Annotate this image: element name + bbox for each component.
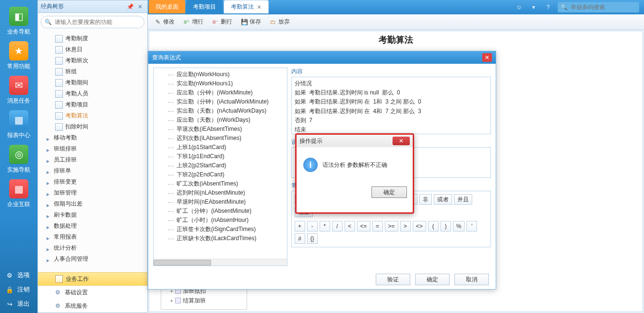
dock-item-nav[interactable]: ◧ 业务导航 — [3, 4, 35, 38]
tree-bottom-row[interactable]: ⚙基础设置 — [38, 286, 147, 299]
dock-item-impl[interactable]: ◎ 实施导航 — [3, 142, 35, 176]
field-item[interactable]: 上班1(p1StartCard) — [154, 143, 287, 152]
dock-item-ent[interactable]: ▦ 企业互联 — [3, 176, 35, 211]
tree-leaf[interactable]: 考勤项目 — [38, 99, 147, 110]
symbol-button[interactable]: <= — [357, 221, 370, 232]
tree-leaf[interactable]: 休息日 — [38, 44, 147, 55]
close-icon[interactable]: ✕ — [136, 3, 144, 10]
tree-leaf[interactable]: 考勤人员 — [38, 88, 147, 99]
tree-bottom-row[interactable]: ⚙系统服务 — [38, 299, 147, 313]
field-item[interactable]: 迟到次数(iLAbsentTimes) — [154, 134, 287, 143]
dock-options[interactable]: ⚙选项 — [0, 268, 37, 282]
tree-leaf[interactable]: 班组 — [38, 66, 147, 77]
field-item[interactable]: 旷工次数(iAbsentTimes) — [154, 179, 287, 188]
field-item[interactable]: 正班签卡次数(iSignCardTimes) — [154, 225, 287, 234]
symbol-button[interactable]: > — [400, 221, 411, 232]
symbol-button[interactable]: + — [295, 221, 305, 232]
scroll-thumb[interactable] — [154, 260, 211, 266]
tab-desktop[interactable]: 我的桌面 — [149, 0, 185, 13]
field-item[interactable]: 应出勤(nWorkHours) — [154, 70, 287, 79]
help-icon[interactable]: ? — [543, 2, 553, 12]
symbol-button[interactable]: * — [320, 221, 330, 232]
alert-close-icon[interactable]: ✕ — [393, 137, 410, 145]
tree-current[interactable]: 业务工作 — [38, 272, 147, 286]
dock-item-report[interactable]: ▦ 报表中心 — [3, 107, 35, 142]
tree-branch[interactable]: ▸排班单 — [38, 165, 147, 176]
pin-icon[interactable]: 📌 — [125, 3, 136, 10]
tab-item[interactable]: 考勤项目 — [186, 0, 223, 13]
tree-branch[interactable]: ▸班组排班 — [38, 143, 147, 154]
tb-delrow[interactable]: ≡⁻删行 — [212, 18, 232, 26]
symbol-button[interactable]: 或者 — [434, 194, 452, 205]
top-search-input[interactable] — [558, 2, 639, 12]
tree-branch[interactable]: ▸加班管理 — [38, 187, 147, 198]
tree-branch[interactable]: ▸刷卡数据 — [38, 209, 147, 220]
symbol-button[interactable]: / — [332, 221, 343, 232]
symbol-button[interactable]: < — [345, 221, 355, 232]
field-item[interactable]: 实出勤(nWorkHours1) — [154, 79, 287, 88]
field-item[interactable]: 早退时间(nEAbsentMinute) — [154, 197, 287, 207]
dock-item-fav[interactable]: ★ 常用功能 — [3, 38, 35, 73]
symbol-button[interactable]: # — [295, 233, 305, 244]
tree-branch[interactable]: ▸假期与出差 — [38, 198, 147, 209]
tree-body[interactable]: 考勤制度休息日考勤班次班组考勤期间考勤人员考勤项目考勤算法扣除时间 ▸移动考勤▸… — [38, 31, 147, 272]
cancel-button[interactable]: 取消 — [454, 274, 489, 285]
symbol-button[interactable]: - — [307, 221, 318, 232]
symbol-button[interactable]: = — [372, 221, 383, 232]
tree-branch[interactable]: ▸统计分析 — [38, 243, 147, 254]
tb-edit[interactable]: ✎修改 — [155, 18, 175, 26]
field-item[interactable]: 上班2(p2StartCard) — [154, 161, 287, 170]
search-input[interactable] — [41, 16, 144, 28]
alert-titlebar[interactable]: 操作提示 ✕ — [297, 135, 413, 147]
tb-save[interactable]: 💾保存 — [241, 18, 261, 26]
tree-branch[interactable]: ▸数据处理 — [38, 220, 147, 232]
content-textarea[interactable]: 分情况 如果 考勤日结果.迟到时间 is null 那么 0 如果 考勤日结果.… — [291, 77, 491, 134]
field-item[interactable]: 实出勤（天数）(nActualWorkDays) — [154, 106, 287, 116]
tab-close-icon[interactable]: ✕ — [257, 4, 262, 11]
ok-button[interactable]: 确定 — [415, 274, 450, 285]
field-item[interactable]: 早退次数(iEAbsentTimes) — [154, 125, 287, 134]
tree-leaf[interactable]: 扣除时间 — [38, 121, 147, 132]
validate-button[interactable]: 验证 — [376, 274, 410, 285]
symbol-button[interactable]: ' — [466, 221, 477, 232]
field-list[interactable]: 应出勤(nWorkHours)实出勤(nWorkHours1)应出勤（分钟）(i… — [154, 68, 287, 259]
field-item[interactable]: 下班1(p1EndCard) — [154, 152, 287, 161]
field-item[interactable]: 下班2(p2EndCard) — [154, 170, 287, 179]
dock-exit[interactable]: ↪退出 — [0, 297, 37, 311]
dock-item-msg[interactable]: ✉ 消息任务 — [3, 73, 35, 107]
modal-close-icon[interactable]: ✕ — [482, 53, 492, 62]
tree-leaf[interactable]: 考勤班次 — [38, 55, 147, 66]
field-item[interactable]: 正班缺卡次数(iLackCardTimes) — [154, 234, 287, 243]
tb-addrow[interactable]: ≡⁺增行 — [183, 18, 203, 26]
field-item[interactable]: 实出勤（分钟）(iActualWorkMinute) — [154, 97, 287, 106]
tree-leaf[interactable]: 考勤期间 — [38, 77, 147, 88]
modal-titlebar[interactable]: 查询表达式 ✕ — [148, 51, 496, 64]
field-item[interactable]: 迟到时间(nLAbsentMinute) — [154, 188, 287, 197]
smile-icon[interactable]: ☺ — [514, 2, 524, 12]
tree-branch[interactable]: ▸常用报表 — [38, 232, 147, 243]
tree-leaf[interactable]: 考勤制度 — [38, 33, 147, 44]
symbol-button[interactable]: {} — [307, 233, 318, 244]
symbol-button[interactable]: 非 — [419, 194, 432, 205]
symbol-button[interactable]: >= — [385, 221, 398, 232]
field-item[interactable]: 旷工（小时）(nAbsentHour) — [154, 216, 287, 225]
chevron-down-icon[interactable]: ▾ — [529, 2, 538, 12]
field-item[interactable]: 旷工（分钟）(iAbsentMinute) — [154, 207, 287, 216]
scrollbar-h[interactable] — [154, 259, 287, 266]
detail-row[interactable]: 结算加班 — [161, 296, 247, 305]
tab-algo[interactable]: 考勤算法✕ — [224, 0, 269, 13]
symbol-button[interactable]: <> — [413, 221, 426, 232]
tree-branch[interactable]: ▸人事合同管理 — [38, 254, 147, 265]
field-item[interactable]: 应出勤（分钟）(iWorkMinute) — [154, 88, 287, 97]
symbol-button[interactable]: % — [453, 221, 465, 232]
symbol-button[interactable]: 并且 — [454, 194, 472, 205]
dock-logout[interactable]: 🔒注销 — [0, 282, 37, 297]
symbol-button[interactable]: ) — [441, 221, 451, 232]
tree-leaf[interactable]: 考勤算法 — [38, 110, 147, 121]
tree-branch[interactable]: ▸移动考勤 — [38, 132, 147, 143]
tree-branch[interactable]: ▸排班变更 — [38, 176, 147, 187]
tree-branch[interactable]: ▸员工排班 — [38, 154, 147, 165]
tb-abandon[interactable]: 🗀放弃 — [270, 18, 290, 26]
symbol-button[interactable]: ( — [428, 221, 439, 232]
alert-ok-button[interactable]: 确定 — [371, 186, 407, 198]
